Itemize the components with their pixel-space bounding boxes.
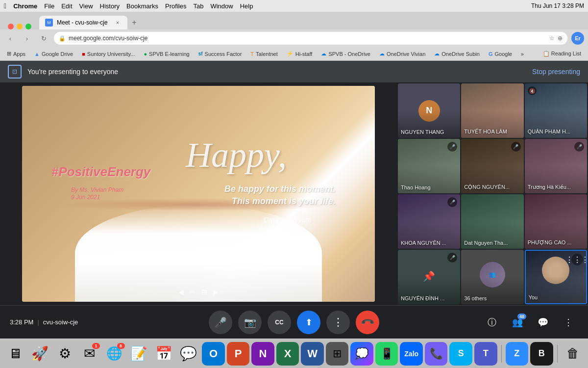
star-icon[interactable]: ☆ (549, 35, 555, 42)
slide-happy: Happy, (186, 135, 287, 176)
dock-teams[interactable]: T (474, 342, 497, 366)
dock-zoom[interactable]: Z (506, 342, 529, 366)
dock-skype[interactable]: S (449, 342, 472, 366)
dock-onenote[interactable]: N (251, 342, 274, 366)
dock-word[interactable]: W (301, 342, 324, 366)
dock-bezel[interactable]: B (530, 342, 553, 366)
dock-calendar[interactable]: 📅 (152, 342, 175, 366)
traffic-light-yellow[interactable] (17, 24, 23, 29)
dock-system-prefs[interactable]: ⚙ (53, 342, 76, 366)
menu-file[interactable]: File (44, 2, 54, 10)
bookmark-more[interactable]: » (518, 50, 527, 58)
menu-profiles[interactable]: Profiles (165, 2, 186, 10)
participant-tile-36-others[interactable]: 👥 36 others (461, 250, 523, 304)
dock-mail[interactable]: ✉ 1 (78, 342, 101, 366)
mic-button[interactable]: 🎤 (209, 311, 232, 334)
menu-chrome[interactable]: Chrome (13, 2, 37, 10)
bookmarks-bar: ⊞ Apps ▲ Google Drive ■ Suntory Universi… (0, 47, 588, 61)
dock-chrome[interactable]: 🌐 8 (103, 342, 126, 366)
address-bar[interactable]: 🔒 meet.google.com/cvu-soiw-cje ☆ ⊕ (54, 32, 567, 45)
menu-edit[interactable]: Edit (61, 2, 72, 10)
slide-quote2: This moment is your life. (232, 196, 336, 207)
menu-history[interactable]: History (100, 2, 120, 10)
extension-icon[interactable]: ⊕ (558, 35, 563, 42)
menu-help[interactable]: Help (240, 2, 253, 10)
menu-tab[interactable]: Tab (193, 2, 203, 10)
forward-button[interactable]: › (21, 32, 33, 45)
apple-menu[interactable]:  (4, 2, 6, 10)
participant-tile-quan-pham[interactable]: 🔇 QUÂN PHẠM H... (525, 83, 587, 138)
stop-presenting-button[interactable]: Stop presenting (532, 68, 580, 76)
menu-bar-time: Thu Jun 17 3:28 PM (531, 2, 584, 9)
dock-notes[interactable]: 📝 (128, 342, 151, 366)
dock-messenger[interactable]: 💭 (350, 342, 373, 366)
participant-tile-truong-ha[interactable]: 🎤 Trương Hà Kiều... (525, 139, 587, 193)
bookmark-gdrive-label: Google Drive (42, 51, 73, 57)
participant-tile-nguyen-dinh[interactable]: 🎤 📌 NGUYÊN ĐÌNH ... (398, 250, 460, 304)
bookmark-spvb-onedrive[interactable]: ☁ SPVB - OneDrive (318, 50, 373, 58)
bookmark-talentnet[interactable]: T Talentnet (247, 50, 280, 58)
participant-tile-khoa-nguyen[interactable]: 🎤 KHOA NGUYÊN ... (398, 194, 460, 249)
tile-options-you[interactable]: ⋮⋮⋮ (571, 254, 583, 265)
activities-button[interactable]: ⋮ (559, 313, 578, 332)
dock-outlook[interactable]: O (202, 342, 225, 366)
participant-tile-tuyet-hoa[interactable]: TUYẾT HOA LÂM (461, 83, 523, 138)
menu-window[interactable]: Window (210, 2, 233, 10)
active-tab[interactable]: M Meet - cvu-soiw-cje × (39, 16, 127, 29)
bookmark-od-vivian[interactable]: ☁ OneDrive Vivian (376, 50, 428, 58)
tab-favicon: M (45, 19, 53, 26)
people-button[interactable]: 👥 48 (508, 313, 527, 332)
end-call-button[interactable]: 📞 (351, 306, 384, 339)
dock-messages[interactable]: 💬 (177, 342, 200, 366)
dock-whatsapp[interactable]: 📱 (375, 342, 398, 366)
cc-button[interactable]: CC (268, 311, 291, 334)
more-options-button[interactable]: ⋮ (326, 311, 350, 334)
bookmark-gdrive[interactable]: ▲ Google Drive (31, 50, 76, 58)
dock-viber[interactable]: 📞 (425, 342, 448, 366)
dock-mission-control[interactable]: ⊞ (326, 342, 349, 366)
bookmark-suntory[interactable]: ■ Suntory University... (79, 50, 138, 58)
dock-launchpad[interactable]: 🚀 (28, 342, 51, 366)
participant-tile-thao-hoang[interactable]: 🎤 Thao Hoang (398, 139, 460, 193)
traffic-light-red[interactable] (8, 24, 14, 29)
info-icon: ⓘ (488, 316, 496, 328)
bookmark-google[interactable]: G Google (486, 50, 515, 58)
bookmark-apps-icon: ⊞ (7, 51, 11, 57)
camera-button[interactable]: 📷 (238, 311, 262, 334)
slide-next-button[interactable]: ▶ (213, 288, 219, 296)
bookmark-apps[interactable]: ⊞ Apps (4, 50, 28, 58)
dock-excel[interactable]: X (276, 342, 299, 366)
bookmark-histaff[interactable]: ⚡ Hi-staff (284, 50, 316, 58)
new-tab-button[interactable]: + (127, 16, 141, 29)
traffic-light-green[interactable] (25, 24, 31, 29)
dock-zalo[interactable]: Zalo (400, 342, 423, 366)
info-button[interactable]: ⓘ (482, 313, 502, 332)
back-button[interactable]: ‹ (4, 32, 17, 45)
bookmark-success-factor[interactable]: sf Success Factor (196, 50, 245, 58)
participant-tile-you[interactable]: ⋮⋮⋮ You (525, 250, 587, 304)
participant-tile-nguyen-thang[interactable]: N NGUYEN THANG (398, 83, 460, 138)
mute-indicator-truong: 🎤 (574, 142, 584, 152)
dock-trash[interactable]: 🗑 (562, 342, 585, 366)
name-36-others: 36 others (464, 295, 487, 301)
dock-separator-2 (557, 345, 558, 363)
chat-button[interactable]: 💬 (533, 313, 553, 332)
slide-quote1: Be happy for this moment. (224, 184, 336, 194)
dock-powerpoint[interactable]: P (227, 342, 250, 366)
dock-finder[interactable]: 🖥 (4, 342, 27, 366)
bookmark-od-subin[interactable]: ☁ OneDrive Subin (431, 50, 483, 58)
participant-tile-cong-nguyen[interactable]: 🎤 CỘNG NGUYÊN... (461, 139, 523, 193)
present-button[interactable]: ⬆ (297, 311, 320, 334)
menu-bookmarks[interactable]: Bookmarks (126, 2, 158, 10)
participant-tile-dat-nguyen[interactable]: Dat Nguyen Tha... (461, 194, 523, 249)
account-button[interactable]: Er (571, 32, 584, 45)
slide-prev-button[interactable]: ◀ (178, 288, 184, 296)
reload-button[interactable]: ↻ (37, 32, 50, 45)
bookmark-reading-list[interactable]: 📋 Reading List (540, 50, 584, 58)
participant-tile-phuong-cao[interactable]: PHƯỢNG CAO ... (525, 194, 587, 249)
slide-pencil-icon[interactable]: ✏ (190, 288, 196, 296)
bookmark-spvb-elearning[interactable]: ● SPVB E-learning (141, 50, 192, 58)
slide-thumbnail-icon[interactable]: ⊞ (201, 288, 207, 296)
tab-close-btn[interactable]: × (114, 19, 122, 26)
menu-view[interactable]: View (79, 2, 93, 10)
